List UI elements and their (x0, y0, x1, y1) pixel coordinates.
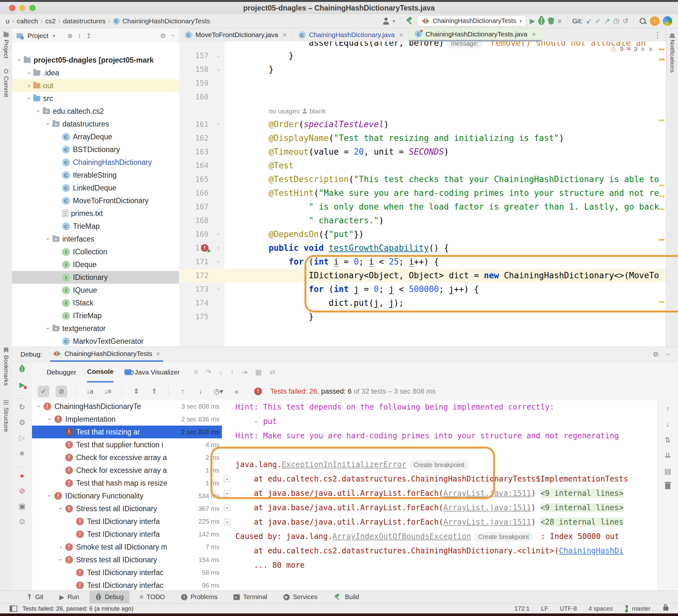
search-everywhere-icon[interactable] (639, 17, 647, 25)
console-segment[interactable]: ArrayList.java:1511 (443, 503, 531, 512)
breadcrumb-item[interactable]: caltech (16, 17, 38, 25)
expand-fold-icon[interactable]: + (224, 476, 230, 482)
toolwindow-button-build[interactable]: Build (328, 591, 365, 603)
project-tree-item[interactable]: ›datastructures (12, 118, 179, 130)
close-session-icon[interactable]: × (156, 350, 160, 358)
console-segment[interactable]: ExceptionInInitializerError (282, 460, 407, 469)
project-tree-item[interactable]: ›.idea (12, 67, 179, 79)
project-tree-item[interactable]: ›src (12, 92, 179, 105)
rerun-debug-icon[interactable] (12, 365, 32, 375)
expand-fold-icon[interactable]: + (224, 504, 230, 511)
code-with-me-icon[interactable] (663, 16, 672, 26)
console-segment[interactable]: ArrayIndexOutOfBoundsException (332, 532, 471, 541)
project-tree-item[interactable]: CMarkovTextGenerator (12, 335, 179, 347)
error-stripe-mark[interactable] (659, 49, 665, 50)
line-ending[interactable]: LF (541, 605, 548, 612)
test-tree-item[interactable]: ›!Smoke test all IDictionary m7 ms (32, 541, 222, 553)
git-commit-icon[interactable]: ✓ (595, 17, 601, 25)
test-tree-item[interactable]: !Check for excessive array a1 ms (32, 464, 222, 477)
git-history-icon[interactable]: ◷ (613, 17, 619, 25)
test-tree-item[interactable]: !Test that supplier function i4 ms (32, 438, 222, 451)
test-tree-item[interactable]: !Test that resizing ar2 sec 828 ms (32, 425, 222, 438)
scroll-up-icon[interactable]: ↑ (657, 405, 678, 413)
test-tree-item[interactable]: !Test IDictionary interfa142 ms (32, 528, 222, 541)
chevron-right-icon[interactable]: › (25, 69, 33, 76)
project-tree-item[interactable]: IIQueue (12, 284, 179, 296)
close-tab-icon[interactable]: × (399, 31, 403, 39)
fold-marker-icon[interactable]: ▿ (217, 118, 220, 131)
sidebar-item-notifications[interactable]: Notifications (666, 33, 678, 73)
collapse-all-icon[interactable]: ↥ (86, 32, 91, 40)
project-tree-item[interactable]: CArrayDeque (12, 130, 179, 143)
project-panel-title[interactable]: Project (28, 32, 48, 40)
project-tree-item[interactable]: IIStack (12, 296, 179, 309)
chevron-down-icon[interactable]: › (35, 108, 43, 115)
chevron-down-icon[interactable]: › (44, 120, 52, 127)
console-segment[interactable]: ArrayList.java:1511 (443, 518, 531, 527)
error-stripe-mark[interactable] (659, 239, 665, 241)
avatar-dropdown-caret-icon[interactable]: ▾ (393, 18, 395, 24)
console-output[interactable]: Hint: This test depends on the following… (222, 400, 657, 591)
project-tree-item[interactable]: IICollection (12, 245, 179, 258)
toolwindow-button-services[interactable]: ▶Services (277, 591, 323, 603)
minimize-debug-icon[interactable]: − (666, 351, 670, 358)
step-over-icon[interactable]: ↷ (205, 368, 212, 376)
git-push-icon[interactable]: ↗ (604, 17, 610, 25)
breadcrumb-item[interactable]: datastructures (63, 17, 106, 25)
close-window-button[interactable] (9, 5, 15, 11)
step-out-icon[interactable]: ↑ (230, 368, 234, 376)
pin-tab-icon[interactable]: ⊙ (12, 517, 32, 526)
zoom-window-button[interactable] (29, 5, 36, 11)
console-segment[interactable]: ChainingHashDi (559, 546, 623, 555)
show-passed-toggle[interactable]: ✓ (38, 386, 49, 397)
fold-marker-icon[interactable]: ▿ (217, 282, 220, 296)
project-tree-item[interactable]: IIDictionary (12, 271, 179, 284)
close-tab-icon[interactable]: × (532, 30, 536, 38)
code-editor[interactable]: assertEquals(after, before)message: remo… (179, 42, 666, 347)
chevron-down-icon[interactable]: › (44, 236, 52, 243)
build-hammer-icon[interactable] (406, 17, 414, 25)
sort-by-duration-icon[interactable]: ↓≡ (102, 386, 114, 397)
next-failed-test-icon[interactable]: ↓ (195, 386, 206, 397)
debug-settings-gear-icon[interactable]: ⚙ (653, 351, 659, 358)
run-configuration-select[interactable]: ChainingHashDictionaryTests ▾ (417, 15, 526, 27)
update-available-icon[interactable]: ↑ (650, 16, 660, 26)
project-tree-item[interactable]: primes.txt (12, 207, 179, 220)
scroll-down-icon[interactable]: ↓ (657, 420, 678, 428)
fold-marker-icon[interactable]: ▿ (217, 255, 220, 269)
chevron-down-icon[interactable]: › (35, 403, 43, 410)
user-avatar-icon[interactable] (382, 17, 389, 25)
project-tree-item[interactable]: CIterableString (12, 169, 179, 181)
capture-snapshot-icon[interactable]: ▣ (12, 502, 32, 510)
console-segment[interactable]: ArrayList.java:1511 (443, 489, 531, 498)
editor-tab[interactable]: CChainingHashDictionary.java× (293, 28, 409, 42)
error-stripe-mark[interactable] (659, 59, 665, 60)
test-tree-item[interactable]: !Test IDictionary interfac96 ms (32, 579, 222, 591)
show-ignored-toggle[interactable]: ⊘ (55, 386, 67, 397)
expand-fold-icon[interactable]: + (224, 490, 230, 496)
view-breakpoints-icon[interactable]: ● (12, 471, 32, 480)
project-tree-item[interactable]: CTrieMap (12, 220, 179, 233)
evaluate-expression-icon[interactable]: ▦ (255, 368, 262, 376)
toolwindow-button-debug[interactable]: Debug (89, 591, 129, 603)
sort-alphabetically-icon[interactable]: ↓a (84, 386, 96, 397)
test-tree-item[interactable]: ›!Stress test all IDictionary154 ms (32, 553, 222, 566)
sidebar-item-bookmarks[interactable]: Bookmarks (0, 347, 12, 386)
step-into-icon[interactable]: ↓ (219, 368, 223, 376)
project-tree-item[interactable]: ›edu.caltech.cs2 (12, 105, 179, 118)
mute-breakpoints-icon[interactable]: ⊘ (12, 487, 32, 495)
test-history-icon[interactable]: ◷▾ (213, 386, 224, 397)
close-tab-icon[interactable]: × (283, 31, 287, 39)
test-tree-item[interactable]: !Test IDictionary interfa225 ms (32, 515, 222, 528)
project-tree-item[interactable]: ›project05-dnagles [project05-mark (12, 54, 179, 67)
layout-icon[interactable]: ≡ (194, 368, 198, 376)
toggle-toolwindows-icon[interactable] (10, 606, 17, 612)
stop-button[interactable]: ■ (557, 17, 562, 25)
test-tree-item[interactable]: ›!Stress test all IDictionary367 ms (32, 502, 222, 515)
chevron-right-icon[interactable]: › (56, 543, 65, 550)
chevron-down-icon[interactable]: › (45, 416, 54, 423)
debug-button[interactable] (538, 17, 544, 25)
inspections-widget[interactable]: ⚠ 9 ≈ 3 ∧ ∨ (610, 45, 653, 53)
toolwindow-button-run[interactable]: ▶Run (54, 591, 85, 603)
expand-all-icon[interactable]: ↕ (78, 32, 81, 40)
